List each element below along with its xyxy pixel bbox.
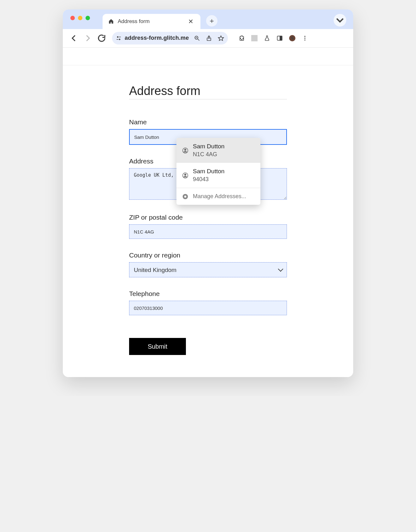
browser-window: Address form ✕ ＋ address-form.glitch.me xyxy=(63,9,353,377)
autofill-suggestion-2[interactable]: Sam Dutton 94043 xyxy=(176,163,260,188)
person-icon xyxy=(182,172,188,179)
svg-point-11 xyxy=(305,36,306,37)
kebab-menu-icon[interactable] xyxy=(302,35,308,41)
field-postal: ZIP or postal code xyxy=(129,214,287,239)
reload-button[interactable] xyxy=(97,33,106,43)
chrome-icon xyxy=(182,193,188,200)
field-country: Country or region United Kingdom xyxy=(129,251,287,277)
svg-rect-1 xyxy=(119,37,121,37)
back-button[interactable] xyxy=(69,33,79,43)
svg-rect-2 xyxy=(116,39,118,40)
address-form: Address form Name Sam Dutton N1C 4AG xyxy=(129,84,287,355)
suggestion-name: Sam Dutton xyxy=(193,168,224,175)
manage-addresses-label: Manage Addresses... xyxy=(193,193,246,200)
label-country: Country or region xyxy=(129,251,287,259)
svg-rect-10 xyxy=(280,36,282,40)
svg-point-17 xyxy=(185,174,186,175)
label-telephone: Telephone xyxy=(129,290,287,298)
tab-favicon-icon xyxy=(108,19,114,24)
extensions-icon[interactable] xyxy=(239,35,245,41)
person-icon xyxy=(182,147,188,154)
profile-avatar[interactable]: S xyxy=(289,35,295,41)
label-name: Name xyxy=(129,118,287,126)
close-window-button[interactable] xyxy=(70,16,75,20)
window-controls xyxy=(63,14,90,20)
site-settings-icon[interactable] xyxy=(116,35,122,41)
suggestion-detail: 94043 xyxy=(193,176,224,183)
svg-point-0 xyxy=(117,36,119,38)
page-viewport: Address form Name Sam Dutton N1C 4AG xyxy=(63,47,353,377)
country-select[interactable]: United Kingdom xyxy=(129,262,287,277)
autofill-suggestion-1[interactable]: Sam Dutton N1C 4AG xyxy=(176,138,260,163)
tab-close-button[interactable]: ✕ xyxy=(187,18,195,25)
side-panel-icon[interactable] xyxy=(276,35,283,41)
forward-button[interactable] xyxy=(83,33,92,43)
label-postal: ZIP or postal code xyxy=(129,214,287,221)
toolbar-divider xyxy=(251,35,258,41)
autofill-popup: Sam Dutton N1C 4AG Sam Dutton 94043 xyxy=(176,138,260,205)
svg-point-13 xyxy=(305,39,306,40)
address-bar[interactable]: address-form.glitch.me xyxy=(112,32,228,44)
svg-point-15 xyxy=(185,149,186,151)
postal-input[interactable] xyxy=(129,224,287,239)
suggestion-detail: N1C 4AG xyxy=(193,151,224,158)
maximize-window-button[interactable] xyxy=(86,16,90,20)
manage-addresses[interactable]: Manage Addresses... xyxy=(176,188,260,205)
bookmark-star-icon[interactable] xyxy=(218,35,224,41)
field-telephone: Telephone xyxy=(129,290,287,315)
minimize-window-button[interactable] xyxy=(78,16,82,20)
zoom-icon[interactable] xyxy=(194,35,200,41)
toolbar: address-form.glitch.me xyxy=(63,29,353,47)
labs-icon[interactable] xyxy=(264,35,270,41)
svg-line-5 xyxy=(198,39,199,40)
new-tab-button[interactable]: ＋ xyxy=(206,15,217,27)
url-text: address-form.glitch.me xyxy=(125,35,189,41)
svg-point-12 xyxy=(305,38,306,38)
tab-overflow-button[interactable] xyxy=(334,14,346,27)
svg-point-3 xyxy=(119,38,121,40)
titlebar: Address form ✕ ＋ xyxy=(63,9,353,29)
tab-title: Address form xyxy=(118,18,183,25)
share-icon[interactable] xyxy=(206,35,212,41)
svg-marker-8 xyxy=(218,36,224,40)
telephone-input[interactable] xyxy=(129,301,287,315)
suggestion-name: Sam Dutton xyxy=(193,143,224,150)
page-title: Address form xyxy=(129,84,287,99)
browser-tab[interactable]: Address form ✕ xyxy=(103,14,200,29)
svg-point-19 xyxy=(184,195,187,198)
submit-button[interactable]: Submit xyxy=(129,338,186,355)
